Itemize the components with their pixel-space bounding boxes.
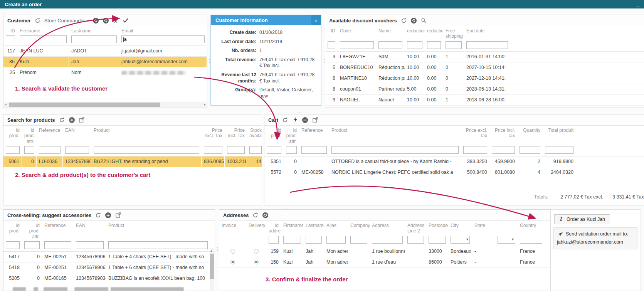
splitter-handle[interactable]: ⋮ (322, 59, 327, 64)
table-row[interactable]: 5572 0 ME-00258 NORDIC LINE Lingerie Che… (264, 167, 644, 178)
horizontal-scrollbar[interactable] (4, 102, 207, 107)
order-as-customer-button[interactable]: Order as Kuzi Jah (554, 214, 610, 224)
add-circle-icon[interactable] (69, 117, 75, 123)
filter-email-input[interactable] (121, 35, 205, 43)
filter-name-input[interactable] (378, 41, 402, 49)
scrollbar-thumb[interactable] (9, 103, 160, 107)
check-icon[interactable] (123, 17, 129, 24)
table-row[interactable]: 5418 0 ME-00251 123456789067 1 Table + 6… (3, 262, 215, 273)
filter-state-select[interactable] (498, 236, 515, 244)
vertical-scrollbar[interactable] (210, 248, 214, 290)
filter-quantity-input[interactable] (520, 146, 540, 154)
table-row[interactable]: 117 JEAN LUC JADOT jl.jadot@gmail.com (3, 46, 207, 57)
filter-attr-input[interactable] (286, 146, 297, 154)
customer-info-title: Customer information (215, 17, 268, 23)
filter-lastname-input[interactable] (71, 35, 117, 43)
refresh-icon[interactable] (252, 212, 259, 219)
delivery-radio[interactable] (254, 260, 259, 264)
filter-id-address-input[interactable] (269, 236, 279, 244)
table-row[interactable]: 9 NAOUEL Naouel 10.00 0.00 1 2018-06-28 … (325, 95, 644, 106)
filter-ean-input[interactable] (76, 241, 104, 249)
send-validation-mail-button[interactable]: Send validation order mail to: jahkuzi@s… (553, 227, 637, 249)
filter-reduction-pr-input[interactable] (427, 41, 441, 49)
table-row[interactable]: 5205 0 ME-00165 123456789034 BUZZIBAG is… (3, 273, 215, 284)
shop-selector[interactable]: Store Commander ▾ (44, 18, 89, 24)
lightning-icon[interactable] (292, 117, 298, 123)
filter-price-incl-input[interactable] (492, 146, 515, 154)
filter-lastname-input[interactable] (306, 236, 322, 244)
filter-product-input[interactable] (108, 241, 208, 249)
filter-attr-input[interactable] (24, 146, 34, 154)
filter-reference-input[interactable] (44, 241, 71, 249)
splitter-handle[interactable]: ⋮ (207, 59, 212, 64)
table-row[interactable]: 158 Kuzi Jah Mon adres 1 rue d'eau 86000… (219, 257, 550, 268)
circle-arrow-icon[interactable] (262, 212, 269, 219)
table-row[interactable]: 5061 0 LU-0036 123456789012 BUZZILIGHT, … (3, 156, 262, 167)
filter-id-input[interactable] (6, 146, 20, 154)
filter-product-input[interactable] (94, 146, 199, 154)
filter-code-input[interactable] (340, 41, 374, 49)
filter-price-excl-input[interactable] (463, 146, 487, 154)
search-icon[interactable] (420, 17, 427, 24)
filter-reduction-pe-input[interactable] (407, 41, 422, 49)
remove-circle-icon[interactable] (302, 117, 308, 123)
filter-city-select[interactable] (451, 236, 470, 244)
delivery-radio[interactable] (254, 249, 259, 254)
invoice-radio[interactable] (230, 249, 235, 254)
filter-country-input[interactable] (520, 236, 542, 244)
minimize-icon[interactable]: _ (637, 2, 639, 7)
refresh-icon[interactable] (282, 117, 288, 123)
filter-total-input[interactable] (545, 146, 573, 154)
table-row[interactable]: 3 L8EGWZ1E SdM 10.00 0.00 1 2016-01-31 1… (325, 52, 644, 62)
filter-firstname-input[interactable] (20, 35, 67, 43)
filter-address-line2-input[interactable] (407, 236, 424, 244)
filter-end-date-input[interactable] (466, 41, 508, 49)
filter-invoice-empty (219, 236, 246, 244)
splitter-handle[interactable]: ⋯ (298, 110, 302, 115)
circle-arrow-icon[interactable] (92, 17, 99, 24)
splitter-handle[interactable]: ⋯ (284, 205, 289, 210)
filter-postcode-input[interactable] (429, 236, 446, 244)
external-link-icon[interactable] (79, 117, 85, 123)
refresh-icon[interactable] (95, 212, 101, 219)
filter-price-incl-input[interactable] (227, 146, 245, 154)
filter-product-input[interactable] (331, 146, 459, 154)
filter-reference-input[interactable] (301, 146, 327, 154)
filter-id-input[interactable] (6, 35, 15, 43)
table-row[interactable]: 5 BONREDUC10 Réduction partena 10.00 0.0… (325, 62, 644, 73)
filter-alias-input[interactable] (326, 236, 346, 244)
filter-firstname-input[interactable] (283, 236, 301, 244)
refresh-icon[interactable] (34, 17, 41, 24)
table-row[interactable]: 5351 0 OTTOBED is a casual fold-out piec… (264, 156, 644, 167)
scrollbar-thumb[interactable] (210, 254, 214, 279)
table-row[interactable]: 159 Kuzi Jah Mon adres 1 rue bouillonna … (219, 246, 550, 257)
filter-reference-input[interactable] (39, 146, 61, 154)
collapse-left-icon[interactable]: ‹ (311, 15, 321, 25)
invoice-radio[interactable] (230, 260, 235, 264)
filter-id-input[interactable] (6, 241, 20, 249)
splitter-handle[interactable]: ⋮ (215, 247, 220, 252)
filter-ean-input[interactable] (65, 146, 89, 154)
table-row[interactable]: 25 Prénom Nom (3, 67, 207, 78)
external-link-icon[interactable] (312, 117, 318, 123)
table-row[interactable]: 8 coupon01 Partner reduction: 5.00 0.00 … (325, 84, 644, 95)
filter-id-input[interactable] (328, 41, 335, 49)
circle-arrow-icon[interactable] (103, 17, 109, 24)
refresh-icon[interactable] (59, 117, 65, 123)
cell-reduction-pr: 0.00 (425, 52, 443, 62)
filter-company-input[interactable] (350, 236, 367, 244)
refresh-icon[interactable] (400, 17, 407, 24)
external-link-icon[interactable] (115, 212, 121, 219)
filter-price-excl-input[interactable] (204, 146, 222, 154)
person-icon[interactable] (113, 17, 119, 24)
table-row[interactable]: 85 Kuzi Jah jahkuzi@storecommander.com (3, 57, 207, 67)
filter-id-input[interactable] (267, 146, 281, 154)
table-row[interactable]: 6 MARTINE10 Réduction partena 10.00 0.00… (325, 73, 644, 84)
circle-arrow-icon[interactable] (410, 17, 417, 24)
filter-free-shipping-input[interactable] (446, 41, 462, 49)
table-row[interactable]: 5417 0 ME-00251 123456789067 1 Table + 4… (3, 252, 215, 262)
filter-stock-input[interactable] (249, 146, 262, 154)
add-circle-icon[interactable] (105, 212, 111, 219)
filter-address-input[interactable] (372, 236, 403, 244)
filter-attr-input[interactable] (24, 241, 40, 249)
